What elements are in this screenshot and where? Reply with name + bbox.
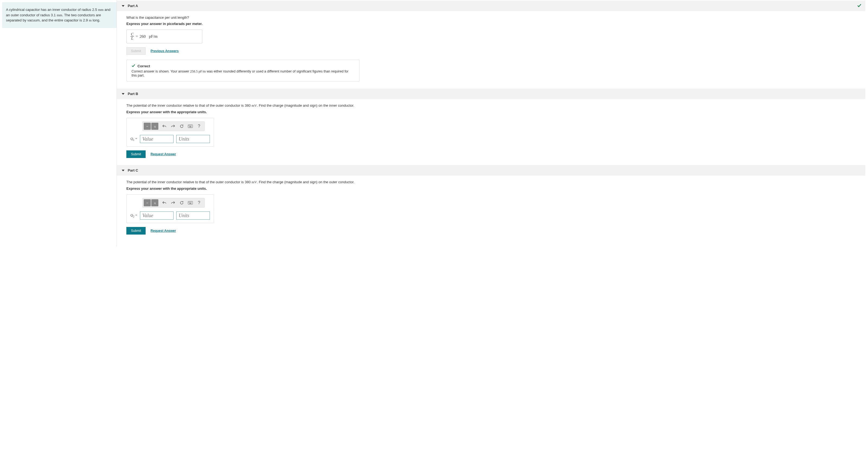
q-unit: mV (252, 180, 257, 184)
answer-unit: pF/m (149, 34, 158, 39)
q-text: The potential of the inner conductor rel… (126, 104, 252, 108)
frac-num: C (130, 33, 134, 37)
part-a-answer-display: C L = 260 pF/m (126, 30, 202, 44)
part-a-instruction: Express your answer in picofarads per me… (126, 22, 865, 26)
unit-mm-2: mm (57, 13, 62, 17)
submit-button-disabled: Submit (126, 47, 146, 55)
submit-button[interactable]: Submit (126, 150, 146, 158)
variable-q1: Q1 = (130, 137, 137, 141)
caret-down-icon (122, 170, 124, 171)
feedback-correct: Correct Correct answer is shown. Your an… (126, 60, 360, 81)
equation-toolbar: ▫▫ ▫̣ ? (142, 121, 205, 131)
value-input[interactable] (140, 135, 174, 143)
svg-rect-1 (189, 125, 189, 126)
part-b-question: The potential of the inner conductor rel… (126, 104, 865, 108)
help-icon[interactable]: ? (196, 200, 202, 205)
problem-sidebar: A cylindrical capacitor has an inner con… (0, 0, 117, 247)
part-b-input-row: Q1 = (130, 135, 210, 143)
reset-icon[interactable] (179, 123, 184, 129)
caret-down-icon (122, 5, 124, 7)
undo-icon[interactable] (162, 123, 167, 129)
svg-rect-5 (188, 201, 193, 204)
equation-toolbar: ▫▫ ▫̣ ? (142, 198, 205, 208)
equals: = (135, 34, 138, 39)
check-icon (131, 64, 135, 68)
part-c-header[interactable]: Part C (117, 165, 865, 176)
variable-q2: Q2 = (130, 213, 137, 218)
part-c-body: The potential of the inner conductor rel… (117, 176, 865, 241)
part-b-body: The potential of the inner conductor rel… (117, 99, 865, 165)
svg-rect-6 (189, 202, 189, 202)
units-input[interactable] (176, 211, 210, 220)
parts-container: Part A What is the capacitance per unit … (117, 0, 868, 247)
part-b-title: Part B (128, 92, 138, 96)
svg-rect-2 (190, 125, 190, 126)
part-c-button-row: Submit Request Answer (126, 227, 865, 234)
help-icon[interactable]: ? (196, 123, 202, 129)
keyboard-icon[interactable] (188, 123, 193, 129)
previous-answers-link[interactable]: Previous Answers (151, 49, 179, 53)
q-text: . Find the charge (magnitude and sign) o… (257, 104, 354, 108)
feedback-body: Correct answer is shown. Your answer 258… (131, 69, 354, 77)
problem-text: long. (92, 18, 100, 22)
part-b-instruction: Express your answer with the appropriate… (126, 110, 865, 114)
problem-text: A cylindrical capacitor has an inner con… (6, 8, 98, 12)
problem-statement: A cylindrical capacitor has an inner con… (2, 2, 117, 28)
reset-icon[interactable] (179, 200, 184, 205)
svg-rect-8 (191, 202, 191, 202)
var-letter: Q (130, 137, 133, 141)
svg-rect-7 (190, 202, 190, 202)
feedback-title: Correct (137, 64, 150, 68)
var-letter: Q (130, 213, 133, 217)
part-c-input-row: Q2 = (130, 211, 210, 220)
redo-icon[interactable] (170, 200, 176, 205)
template-button-2[interactable]: ▫̣ (151, 199, 158, 206)
part-a-title: Part A (128, 4, 138, 8)
template-button-2[interactable]: ▫̣ (151, 123, 158, 130)
template-button-1[interactable]: ▫▫ (144, 199, 151, 206)
var-eq: = (134, 213, 137, 217)
svg-rect-9 (189, 203, 191, 204)
part-b-input-panel: ▫▫ ▫̣ ? Q1 = (126, 118, 214, 147)
keyboard-icon[interactable] (188, 200, 193, 205)
frac-den: L (131, 37, 134, 40)
request-answer-link[interactable]: Request Answer (151, 152, 176, 156)
part-b-button-row: Submit Request Answer (126, 150, 865, 158)
part-c-question: The potential of the inner conductor rel… (126, 180, 865, 184)
part-a-button-row: Submit Previous Answers (126, 47, 865, 55)
q-text: The potential of the inner conductor rel… (126, 180, 252, 184)
redo-icon[interactable] (170, 123, 176, 129)
toolbar-templates: ▫▫ ▫̣ (144, 123, 158, 130)
svg-rect-0 (188, 125, 193, 128)
part-a-question: What is the capacitance per unit length? (126, 16, 865, 20)
part-c-title: Part C (128, 168, 138, 172)
toolbar-templates: ▫▫ ▫̣ (144, 199, 158, 206)
check-icon (857, 3, 862, 8)
submit-button[interactable]: Submit (126, 227, 146, 234)
svg-rect-3 (191, 125, 191, 126)
answer-value: 260 (140, 34, 146, 39)
feedback-heading: Correct (131, 64, 354, 68)
part-b-header[interactable]: Part B (117, 88, 865, 99)
fraction-c-over-l: C L (130, 33, 134, 40)
fb-unit: pF/m (198, 69, 206, 73)
part-a-header[interactable]: Part A (117, 1, 865, 11)
svg-rect-4 (189, 126, 191, 127)
q-text: . Find the charge (magnitude and sign) o… (257, 180, 354, 184)
caret-down-icon (122, 93, 124, 95)
unit-mm-1: mm (98, 8, 103, 12)
fb-value: 258.5 (190, 69, 198, 73)
unit-m: m (89, 18, 92, 22)
undo-icon[interactable] (162, 200, 167, 205)
request-answer-link[interactable]: Request Answer (151, 229, 176, 233)
units-input[interactable] (176, 135, 210, 143)
template-button-1[interactable]: ▫▫ (144, 123, 151, 130)
var-eq: = (134, 137, 137, 141)
value-input[interactable] (140, 211, 174, 220)
fb-text: Correct answer is shown. Your answer (131, 69, 190, 73)
part-a-body: What is the capacitance per unit length?… (117, 11, 865, 88)
part-c-input-panel: ▫▫ ▫̣ ? Q2 = (126, 194, 214, 223)
part-c-instruction: Express your answer with the appropriate… (126, 187, 865, 191)
q-unit: mV (252, 104, 257, 108)
